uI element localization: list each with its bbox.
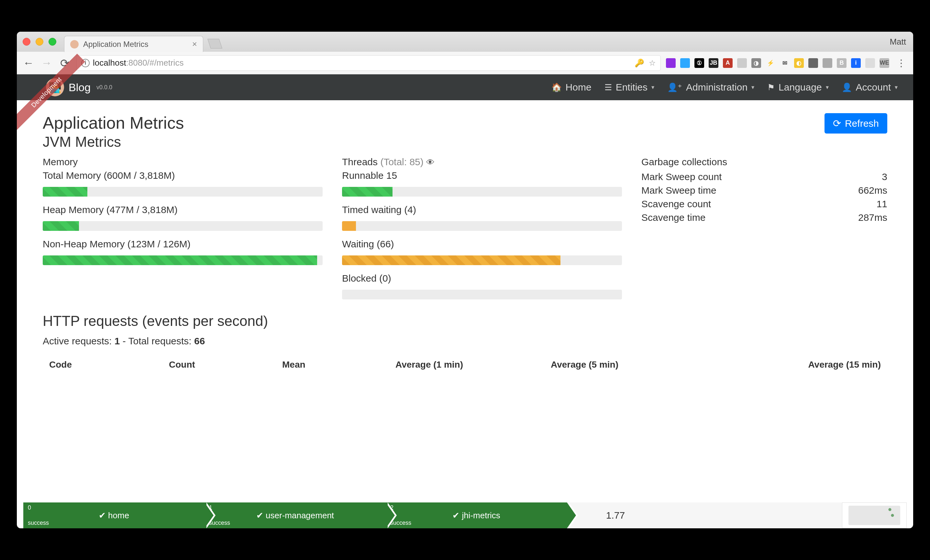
col-avg5: Average (5 min) <box>544 359 696 370</box>
gc-row: Scavenge count11 <box>641 197 887 211</box>
extension-icon[interactable]: ① <box>694 58 704 68</box>
browser-profile-label[interactable]: Matt <box>890 37 906 47</box>
threads-total: (Total: 85) <box>380 156 423 167</box>
refresh-label: Refresh <box>845 118 879 129</box>
step-label: ✔ user-management <box>256 511 334 520</box>
memory-nonheap-progress <box>43 255 323 265</box>
memory-heap-label: Heap Memory (477M / 3,818M) <box>43 204 323 215</box>
app-navbar: Development 🧑‍💻 Blog v0.0.0 🏠Home ☰Entit… <box>17 74 913 100</box>
step-label: ✔ home <box>99 511 129 520</box>
threads-timed-progress <box>342 221 622 231</box>
extension-icon[interactable] <box>680 58 690 68</box>
memory-total-label: Total Memory (600M / 3,818M) <box>43 170 323 181</box>
extension-icon[interactable]: ◐ <box>794 58 804 68</box>
extension-icons: ① JB A ◑ ⚡ ✉ ◐ B i WE <box>666 58 889 68</box>
chevron-down-icon: ▾ <box>651 84 654 91</box>
nav-account[interactable]: 👤Account▾ <box>842 82 898 93</box>
browser-tab[interactable]: Application Metrics × <box>64 36 203 52</box>
minimap-thumbnail[interactable] <box>842 502 907 528</box>
maximize-window-button[interactable] <box>49 38 56 46</box>
extension-icon[interactable] <box>737 58 747 68</box>
extension-icon[interactable] <box>808 58 818 68</box>
gc-row: Scavenge time287ms <box>641 211 887 224</box>
url-path: /#/metrics <box>147 58 184 68</box>
extension-icon[interactable]: ✉ <box>780 58 790 68</box>
new-tab-button[interactable] <box>208 39 222 49</box>
browser-address-bar: ← → ⟳ i localhost:8080/#/metrics 🔑 ☆ ① J… <box>17 52 913 74</box>
gc-row: Mark Sweep time662ms <box>641 184 887 197</box>
tab-favicon <box>70 40 79 49</box>
nav-administration[interactable]: 👤⁺Administration▾ <box>667 82 754 93</box>
refresh-icon: ⟳ <box>833 118 841 129</box>
memory-header: Memory <box>43 156 323 167</box>
nav-home[interactable]: 🏠Home <box>551 82 591 93</box>
star-icon[interactable]: ☆ <box>649 58 656 68</box>
http-header: HTTP requests (events per second) <box>43 313 887 329</box>
extension-icon[interactable]: i <box>851 58 861 68</box>
memory-heap-progress <box>43 221 323 231</box>
nav-back-button[interactable]: ← <box>22 57 35 69</box>
breadcrumb-step[interactable]: 0✔ homesuccess <box>23 502 205 528</box>
http-section: HTTP requests (events per second) Active… <box>43 313 887 370</box>
gc-key: Mark Sweep count <box>641 171 722 183</box>
url-host: localhost <box>93 58 126 68</box>
threads-runnable-label: Runnable 15 <box>342 170 622 181</box>
gc-value: 287ms <box>858 212 887 223</box>
browser-menu-button[interactable]: ⋮ <box>895 57 908 69</box>
page-title: Application Metrics <box>43 113 887 133</box>
minimize-window-button[interactable] <box>35 38 43 46</box>
col-avg15: Average (15 min) <box>696 359 887 370</box>
extension-icon[interactable]: JB <box>709 58 718 68</box>
threads-waiting-label: Waiting (66) <box>342 239 622 250</box>
user-icon: 👤 <box>842 83 852 92</box>
extension-icon[interactable] <box>822 58 832 68</box>
threads-runnable-progress <box>342 187 622 196</box>
list-icon: ☰ <box>605 83 612 92</box>
memory-nonheap-label: Non-Heap Memory (123M / 126M) <box>43 239 323 250</box>
step-index: 0 <box>28 505 31 511</box>
page-subtitle: JVM Metrics <box>43 134 887 150</box>
threads-section: Threads (Total: 85) 👁 Runnable 15 Timed … <box>342 156 622 307</box>
close-tab-icon[interactable]: × <box>192 39 197 49</box>
gc-row: Mark Sweep count3 <box>641 170 887 184</box>
breadcrumb-step[interactable]: 1✔ user-managementsuccess <box>205 502 386 528</box>
http-table-header: Code Count Mean Average (1 min) Average … <box>43 359 887 370</box>
http-summary: Active requests: 1 - Total requests: 66 <box>43 336 887 347</box>
extension-icon[interactable] <box>666 58 676 68</box>
gc-header: Garbage collections <box>641 156 887 167</box>
nav-entities[interactable]: ☰Entities▾ <box>605 82 654 93</box>
gc-value: 3 <box>882 171 887 183</box>
extension-icon[interactable] <box>865 58 875 68</box>
breadcrumb-step[interactable]: 2✔ jhi-metricssuccess <box>386 502 567 528</box>
nav-forward-button[interactable]: → <box>40 57 53 69</box>
gc-value: 11 <box>877 198 887 210</box>
brand-name: Blog <box>69 81 91 94</box>
nav-language[interactable]: ⚑Language▾ <box>767 82 828 93</box>
eye-icon[interactable]: 👁 <box>426 158 434 167</box>
threads-blocked-label: Blocked (0) <box>342 273 622 284</box>
extension-icon[interactable]: WE <box>879 58 889 68</box>
extension-icon[interactable]: ⚡ <box>765 58 775 68</box>
gc-key: Mark Sweep time <box>641 185 716 196</box>
brand-version: v0.0.0 <box>96 84 112 91</box>
key-icon[interactable]: 🔑 <box>634 58 644 68</box>
url-input[interactable]: i localhost:8080/#/metrics 🔑 ☆ <box>76 55 661 71</box>
gc-key: Scavenge count <box>641 198 711 210</box>
user-gear-icon: 👤⁺ <box>667 83 682 92</box>
close-window-button[interactable] <box>23 38 31 46</box>
gc-key: Scavenge time <box>641 212 705 223</box>
col-code: Code <box>43 359 162 370</box>
extension-icon[interactable]: A <box>723 58 733 68</box>
browser-tabbar: Application Metrics × Matt <box>17 32 913 52</box>
gc-value: 662ms <box>858 185 887 196</box>
extension-icon[interactable]: ◑ <box>751 58 761 68</box>
step-label: ✔ jhi-metrics <box>453 511 500 520</box>
threads-waiting-progress <box>342 255 622 265</box>
flag-icon: ⚑ <box>767 83 774 92</box>
extension-icon[interactable]: B <box>837 58 847 68</box>
gc-section: Garbage collections Mark Sweep count3Mar… <box>641 156 887 307</box>
page-content: ⟳ Refresh Application Metrics JVM Metric… <box>17 100 913 528</box>
col-count: Count <box>162 359 276 370</box>
home-icon: 🏠 <box>551 83 562 92</box>
refresh-button[interactable]: ⟳ Refresh <box>825 113 887 133</box>
